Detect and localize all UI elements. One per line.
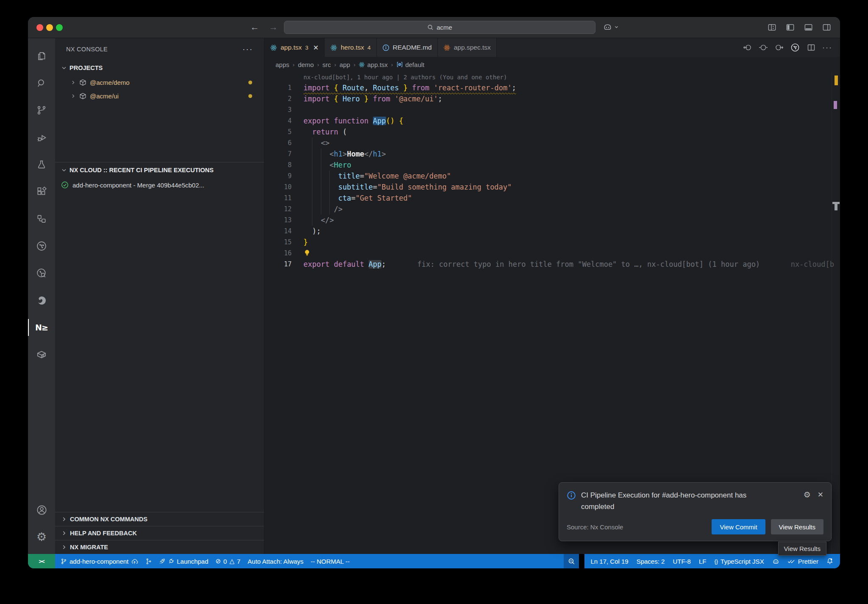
nav-current-icon[interactable] bbox=[759, 43, 768, 52]
code-line-10[interactable]: 10 subtitle="Build something amazing tod… bbox=[264, 182, 840, 193]
line-content: <h1>Home</h1> bbox=[303, 148, 840, 159]
breadcrumb-item[interactable]: src bbox=[323, 61, 331, 68]
code-line-7[interactable]: 7 <h1>Home</h1> bbox=[264, 148, 840, 159]
customize-layout-icon[interactable] bbox=[767, 22, 777, 32]
source-control-icon[interactable] bbox=[28, 97, 55, 124]
projects-section-header[interactable]: PROJECTS bbox=[55, 60, 264, 76]
split-editor-icon[interactable] bbox=[807, 43, 816, 52]
eol-status[interactable]: LF bbox=[699, 558, 707, 565]
code-line-14[interactable]: 14 ); bbox=[264, 226, 840, 237]
code-line-12[interactable]: 12 /> bbox=[264, 204, 840, 215]
code-line-3[interactable]: 3 bbox=[264, 104, 840, 115]
breadcrumb-item-file[interactable]: app.tsx bbox=[359, 61, 387, 68]
breadcrumb-item[interactable]: app bbox=[339, 61, 350, 68]
zoom-indicator[interactable] bbox=[564, 554, 579, 568]
nx-console-icon[interactable]: N≥ bbox=[28, 314, 55, 341]
containers-icon[interactable] bbox=[28, 341, 55, 368]
help-and-feedback-section[interactable]: HELP AND FEEDBACK bbox=[55, 526, 264, 540]
code-line-15[interactable]: 15} bbox=[264, 237, 840, 248]
code-line-16[interactable]: 16 bbox=[264, 248, 840, 259]
vim-mode-status[interactable]: -- NORMAL -- bbox=[311, 558, 350, 565]
notification-settings-gear-icon[interactable]: ⚙ bbox=[804, 490, 811, 500]
tab-label: README.md bbox=[393, 44, 432, 51]
tab-readme-md[interactable]: README.md bbox=[377, 38, 438, 57]
code-editor[interactable]: nx-cloud[bot], 1 hour ago | 2 authors (Y… bbox=[264, 72, 840, 554]
view-results-button[interactable]: View Results bbox=[771, 519, 823, 534]
encoding-status[interactable]: UTF-8 bbox=[673, 558, 691, 565]
copilot-status[interactable] bbox=[772, 558, 779, 565]
code-line-17[interactable]: 17export default App;fix: correct typo i… bbox=[264, 259, 840, 270]
toggle-primary-sidebar-icon[interactable] bbox=[785, 22, 795, 32]
search-sidebar-icon[interactable] bbox=[28, 70, 55, 97]
chevron-down-icon[interactable] bbox=[614, 25, 619, 29]
run-and-debug-icon[interactable] bbox=[28, 124, 55, 151]
breadcrumb-item[interactable]: apps bbox=[275, 61, 289, 68]
toggle-panel-icon[interactable] bbox=[804, 22, 813, 32]
pipeline-execution-item[interactable]: add-hero-component - Merge 409b44e5cb02.… bbox=[55, 178, 264, 192]
explorer-icon[interactable] bbox=[28, 42, 55, 70]
chevron-right-icon bbox=[70, 80, 76, 85]
project-item-acme-ui[interactable]: @acme/ui bbox=[55, 89, 264, 103]
nav-back-icon[interactable] bbox=[743, 43, 752, 52]
code-line-8[interactable]: 8 <Hero bbox=[264, 159, 840, 171]
cursor-position-status[interactable]: Ln 17, Col 19 bbox=[590, 558, 628, 565]
breadcrumb-item-symbol[interactable]: default bbox=[396, 61, 424, 68]
formatter-status[interactable]: Prettier bbox=[787, 558, 818, 565]
history-back-icon[interactable]: ← bbox=[248, 21, 261, 34]
breadcrumb-item[interactable]: demo bbox=[298, 61, 314, 68]
command-center-search[interactable]: acme bbox=[284, 21, 595, 34]
settings-gear-icon[interactable]: ⚙ bbox=[28, 523, 55, 551]
overview-ruler[interactable] bbox=[832, 72, 840, 554]
notification-close-icon[interactable]: ✕ bbox=[818, 490, 823, 499]
tab-label: app.spec.tsx bbox=[454, 44, 491, 51]
indentation-status[interactable]: Spaces: 2 bbox=[637, 558, 665, 565]
nx-cloud-section-header[interactable]: NX CLOUD :: RECENT CI PIPELINE EXECUTION… bbox=[55, 162, 264, 178]
auto-attach-status[interactable]: Auto Attach: Always bbox=[248, 558, 303, 565]
code-line-9[interactable]: 9 title="Welcome @acme/demo" bbox=[264, 171, 840, 182]
code-line-6[interactable]: 6 <> bbox=[264, 137, 840, 148]
project-item-acme-demo[interactable]: @acme/demo bbox=[55, 76, 264, 89]
remote-indicator[interactable]: >< bbox=[28, 554, 55, 568]
sidebar-more-actions-icon[interactable]: ··· bbox=[242, 45, 253, 54]
language-mode-status[interactable]: {}TypeScript JSX bbox=[714, 558, 764, 565]
tab-hero-tsx[interactable]: hero.tsx 4 bbox=[325, 38, 377, 57]
toggle-secondary-sidebar-icon[interactable] bbox=[822, 22, 832, 32]
code-line-11[interactable]: 11 cta="Get Started" bbox=[264, 193, 840, 204]
view-commit-button[interactable]: View Commit bbox=[712, 519, 765, 534]
edge-browser-icon[interactable] bbox=[28, 287, 55, 314]
code-line-5[interactable]: 5 return ( bbox=[264, 126, 840, 137]
problems-status[interactable]: ⊘0 △7 bbox=[216, 557, 241, 565]
git-graph-status[interactable] bbox=[145, 558, 152, 565]
maximize-window-button[interactable] bbox=[56, 24, 63, 31]
common-nx-commands-section[interactable]: COMMON NX COMMANDS bbox=[55, 512, 264, 526]
nx-graph-search-icon[interactable] bbox=[28, 260, 55, 287]
view-results-tooltip: View Results bbox=[778, 542, 826, 556]
tab-app-tsx[interactable]: app.tsx 3 ✕ bbox=[264, 38, 325, 57]
code-line-4[interactable]: 4export function App() { bbox=[264, 115, 840, 126]
nx-graph-icon[interactable] bbox=[28, 232, 55, 260]
accounts-icon[interactable] bbox=[28, 496, 55, 523]
more-actions-icon[interactable]: ··· bbox=[822, 43, 832, 52]
minimize-window-button[interactable] bbox=[46, 24, 53, 31]
infrastructure-icon[interactable] bbox=[28, 205, 55, 232]
close-tab-icon[interactable]: ✕ bbox=[313, 44, 319, 52]
testing-icon[interactable] bbox=[28, 151, 55, 178]
run-ci-icon[interactable] bbox=[790, 42, 800, 53]
lightbulb-icon[interactable] bbox=[303, 249, 311, 257]
line-content: import { Route, Routes } from 'react-rou… bbox=[303, 82, 840, 93]
history-forward-icon[interactable]: → bbox=[267, 21, 280, 34]
package-icon bbox=[79, 79, 86, 86]
code-line-1[interactable]: 1import { Route, Routes } from 'react-ro… bbox=[264, 82, 840, 93]
tab-app-spec-tsx[interactable]: app.spec.tsx bbox=[438, 38, 497, 57]
extensions-icon[interactable] bbox=[28, 178, 55, 205]
project-name: @acme/demo bbox=[90, 79, 130, 86]
git-branch-status[interactable]: add-hero-component bbox=[61, 558, 138, 565]
close-window-button[interactable] bbox=[36, 24, 43, 31]
code-line-2[interactable]: 2import { Hero } from '@acme/ui'; bbox=[264, 93, 840, 104]
copilot-icon[interactable] bbox=[603, 22, 612, 32]
launchpad-status[interactable]: Launchpad bbox=[159, 558, 208, 565]
nav-forward-icon[interactable] bbox=[774, 43, 784, 52]
notifications-bell-icon[interactable] bbox=[826, 558, 833, 565]
code-line-13[interactable]: 13 </> bbox=[264, 215, 840, 226]
nx-migrate-section[interactable]: NX MIGRATE bbox=[55, 540, 264, 554]
